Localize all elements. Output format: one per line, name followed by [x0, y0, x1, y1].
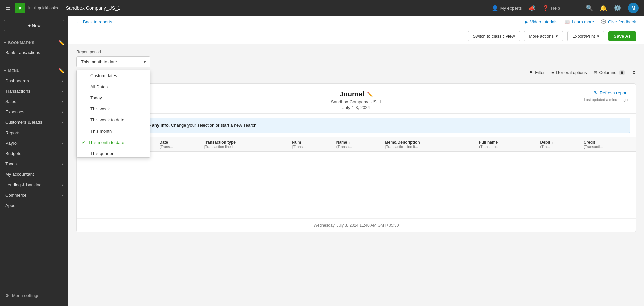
edit-menu-icon[interactable]: ✏️: [59, 68, 65, 73]
my-experts-label: My experts: [500, 6, 522, 11]
notifications-button[interactable]: 🔔: [600, 4, 607, 12]
col-header-name[interactable]: Name↑(Transa...: [332, 137, 381, 152]
chevron-down-export-icon: ▾: [597, 34, 599, 39]
col-header-transaction-type[interactable]: Transaction type↑(Transaction line it...: [200, 137, 288, 152]
sidebar-item-transactions[interactable]: Transactions›: [0, 86, 68, 96]
video-tutorials-button[interactable]: ▶ Video tutorials: [525, 19, 557, 24]
edit-bookmarks-icon[interactable]: ✏️: [59, 40, 65, 45]
sidebar-item-expenses[interactable]: Expenses›: [0, 107, 68, 117]
sidebar-item-dashboards[interactable]: Dashboards›: [0, 75, 68, 86]
col-sub-credit: (Transacti...: [584, 145, 632, 149]
sidebar-item-label-reports: Reports: [5, 130, 21, 135]
help-button[interactable]: ❓ Help: [542, 5, 560, 11]
period-dropdown[interactable]: This month to date ▾: [76, 56, 150, 67]
sidebar-item-label-customers-leads: Customers & leads: [5, 120, 42, 125]
columns-button[interactable]: ⊟ Columns 9: [594, 70, 625, 75]
menu-settings-button[interactable]: ⚙ Menu settings: [0, 290, 68, 301]
settings-button[interactable]: ⚙️: [614, 4, 621, 12]
col-sub-date: (Trans...: [159, 145, 196, 149]
report-table-header: Transaction id↑(Transaction l...Date↑(Tr…: [77, 137, 636, 152]
col-header-debit[interactable]: Debit↑(Tra...: [536, 137, 580, 152]
my-experts-button[interactable]: 👤 My experts: [492, 5, 522, 11]
dropdown-item-today[interactable]: Today: [77, 92, 150, 103]
sidebar-item-budgets[interactable]: Budgets: [0, 148, 68, 159]
col-sub-name: (Transa...: [336, 145, 377, 149]
refresh-report-button[interactable]: ↻ Refresh report: [594, 90, 628, 95]
report-footer: Wednesday, July 3, 2024 11:40 AM GMT+05:…: [77, 219, 636, 232]
report-title-text: Journal: [340, 90, 364, 98]
give-feedback-button[interactable]: 💬 Give feedback: [601, 19, 636, 24]
more-actions-button[interactable]: More actions ▾: [524, 31, 563, 41]
avatar[interactable]: M: [628, 3, 639, 13]
switch-to-classic-button[interactable]: Switch to classic view: [468, 31, 520, 41]
sidebar-item-taxes[interactable]: Taxes›: [0, 159, 68, 169]
back-arrow-icon: ←: [76, 19, 81, 24]
filter-button[interactable]: ⚑ Filter: [529, 70, 545, 75]
report-options-row: ⊞ View options ⚑ Filter ≡ General option…: [68, 67, 644, 78]
dropdown-item-all-dates[interactable]: All Dates: [77, 81, 150, 92]
chevron-icon-dashboards: ›: [62, 79, 63, 83]
chevron-down-icon: ▾: [4, 41, 6, 45]
video-tutorials-label: Video tutorials: [530, 19, 557, 24]
period-label: Report period: [76, 50, 636, 54]
sub-header: ← Back to reports ▶ Video tutorials 📖 Le…: [68, 16, 644, 28]
more-actions-label: More actions: [529, 34, 554, 39]
apps-grid-button[interactable]: ⋮⋮: [567, 4, 579, 12]
report-title: Journal ✏️: [85, 90, 628, 98]
col-header-credit[interactable]: Credit↑(Transacti...: [580, 137, 636, 152]
sort-icon-credit: ↑: [596, 141, 598, 144]
dropdown-item-this-month-to-date[interactable]: ✓This month to date: [77, 137, 150, 148]
chevron-icon-expenses: ›: [62, 110, 63, 114]
hamburger-button[interactable]: ☰: [5, 4, 11, 12]
dropdown-item-this-month[interactable]: This month: [77, 125, 150, 137]
col-header-memo-description[interactable]: Memo/Description↑(Transaction line it...: [381, 137, 475, 152]
dropdown-item-this-week-to-date[interactable]: This week to date: [77, 114, 150, 125]
search-button[interactable]: 🔍: [586, 4, 593, 12]
report-table: Transaction id↑(Transaction l...Date↑(Tr…: [77, 137, 636, 219]
sidebar-item-my-accountant[interactable]: My accountant: [0, 169, 68, 180]
dropdown-label-today: Today: [90, 95, 102, 100]
quickbooks-logo: QB intuit quickbooks: [15, 3, 58, 13]
edit-title-icon[interactable]: ✏️: [367, 92, 373, 97]
dropdown-item-custom-dates[interactable]: Custom dates: [77, 70, 150, 81]
export-print-button[interactable]: Export/Print ▾: [567, 31, 604, 41]
chevron-down-more-icon: ▾: [556, 34, 558, 39]
col-header-num[interactable]: Num↑(Trans...: [288, 137, 332, 152]
menu-header[interactable]: ▾ MENU ✏️: [0, 66, 68, 75]
bookmarks-header[interactable]: ▾ BOOKMARKS ✏️: [0, 38, 68, 47]
general-options-button[interactable]: ≡ General options: [551, 70, 587, 75]
sidebar-items: Dashboards›Transactions›Sales›Expenses›C…: [0, 75, 68, 211]
feedback-icon: 💬: [601, 19, 606, 24]
sidebar-item-label-apps: Apps: [5, 203, 15, 208]
save-as-button[interactable]: Save As: [608, 31, 636, 41]
megaphone-icon-button[interactable]: 📣: [528, 4, 536, 12]
settings-small-button[interactable]: ⚙: [632, 70, 636, 75]
chevron-icon-transactions: ›: [62, 89, 63, 94]
col-header-date[interactable]: Date↑(Trans...: [155, 137, 200, 152]
qb-logo-icon: QB: [15, 3, 25, 13]
menu-settings-label: Menu settings: [12, 293, 39, 298]
col-sub-full-name: (Transactio...: [479, 145, 532, 149]
sidebar-item-lending-banking[interactable]: Lending & banking›: [0, 180, 68, 190]
sidebar-divider: [0, 62, 68, 62]
sort-icon-memo-description: ↑: [421, 141, 423, 144]
new-button[interactable]: + New: [4, 20, 64, 31]
sidebar-item-sales[interactable]: Sales›: [0, 96, 68, 107]
check-icon-this-month-to-date: ✓: [82, 140, 86, 145]
learn-more-label: Learn more: [572, 19, 594, 24]
learn-more-button[interactable]: 📖 Learn more: [564, 19, 594, 24]
dropdown-item-this-quarter[interactable]: This quarter: [77, 148, 150, 157]
back-to-reports-link[interactable]: ← Back to reports: [76, 19, 112, 24]
sidebar-item-customers-leads[interactable]: Customers & leads›: [0, 117, 68, 128]
columns-count-badge: 9: [619, 70, 625, 75]
sidebar-item-commerce[interactable]: Commerce›: [0, 190, 68, 200]
sidebar-item-payroll[interactable]: Payroll›: [0, 138, 68, 148]
period-area: Report period This month to date ▾ Custo…: [68, 44, 644, 67]
sidebar-item-apps[interactable]: Apps: [0, 200, 68, 211]
col-header-full-name[interactable]: Full name↑(Transactio...: [475, 137, 536, 152]
dropdown-item-this-week[interactable]: This week: [77, 103, 150, 114]
bookmarks-section: ▾ BOOKMARKS ✏️ Bank transactions: [0, 35, 68, 60]
sidebar-item-bank-transactions[interactable]: Bank transactions: [0, 47, 68, 58]
sidebar-item-reports[interactable]: Reports: [0, 128, 68, 138]
top-nav: ☰ QB intuit quickbooks Sandbox Company_U…: [0, 0, 644, 16]
